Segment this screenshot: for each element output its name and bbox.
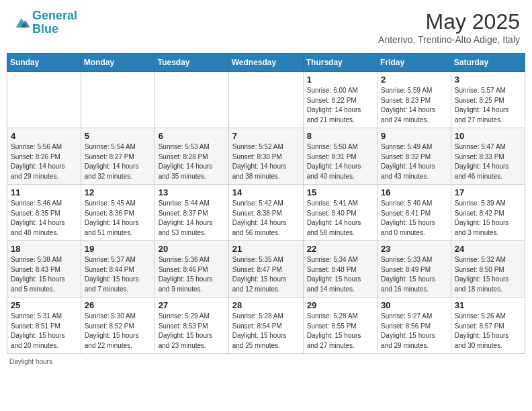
calendar-cell: 16Sunrise: 5:40 AM Sunset: 8:41 PM Dayli…	[378, 185, 451, 241]
calendar-cell: 12Sunrise: 5:45 AM Sunset: 8:36 PM Dayli…	[81, 185, 154, 241]
calendar-cell: 14Sunrise: 5:42 AM Sunset: 8:38 PM Dayli…	[228, 185, 303, 241]
day-info: Sunrise: 5:33 AM Sunset: 8:49 PM Dayligh…	[381, 255, 447, 294]
calendar-table: SundayMondayTuesdayWednesdayThursdayFrid…	[7, 53, 525, 354]
day-info: Sunrise: 5:42 AM Sunset: 8:38 PM Dayligh…	[232, 199, 300, 238]
day-number: 31	[455, 300, 521, 310]
day-number: 18	[11, 244, 77, 254]
day-number: 4	[11, 131, 77, 141]
day-number: 6	[159, 131, 225, 141]
day-number: 26	[85, 300, 151, 310]
day-info: Sunrise: 5:47 AM Sunset: 8:33 PM Dayligh…	[455, 142, 521, 181]
calendar-day-header: Thursday	[303, 54, 377, 72]
day-info: Sunrise: 5:26 AM Sunset: 8:57 PM Dayligh…	[455, 312, 521, 351]
calendar-cell: 17Sunrise: 5:39 AM Sunset: 8:42 PM Dayli…	[451, 185, 525, 241]
day-number: 7	[232, 131, 300, 141]
day-info: Sunrise: 5:44 AM Sunset: 8:37 PM Dayligh…	[159, 199, 225, 238]
calendar-cell: 30Sunrise: 5:27 AM Sunset: 8:56 PM Dayli…	[378, 298, 451, 354]
calendar-cell: 13Sunrise: 5:44 AM Sunset: 8:37 PM Dayli…	[154, 185, 228, 241]
calendar-cell	[7, 72, 81, 128]
logo-line2: Blue	[32, 22, 58, 36]
day-number: 23	[381, 244, 447, 254]
day-number: 2	[381, 75, 447, 85]
day-info: Sunrise: 5:28 AM Sunset: 8:54 PM Dayligh…	[232, 312, 300, 351]
calendar-week-row: 1Sunrise: 6:00 AM Sunset: 8:22 PM Daylig…	[7, 72, 525, 128]
day-info: Sunrise: 5:39 AM Sunset: 8:42 PM Dayligh…	[455, 199, 521, 238]
day-info: Sunrise: 5:32 AM Sunset: 8:50 PM Dayligh…	[455, 255, 521, 294]
calendar-week-row: 18Sunrise: 5:38 AM Sunset: 8:43 PM Dayli…	[7, 241, 525, 298]
calendar-cell: 27Sunrise: 5:29 AM Sunset: 8:53 PM Dayli…	[154, 298, 228, 354]
calendar-cell: 15Sunrise: 5:41 AM Sunset: 8:40 PM Dayli…	[303, 185, 377, 241]
day-number: 20	[159, 244, 225, 254]
calendar-header-row: SundayMondayTuesdayWednesdayThursdayFrid…	[7, 54, 525, 72]
calendar-cell: 2Sunrise: 5:59 AM Sunset: 8:23 PM Daylig…	[378, 72, 451, 128]
logo: General Blue	[12, 9, 77, 36]
calendar-cell: 7Sunrise: 5:52 AM Sunset: 8:30 PM Daylig…	[228, 128, 303, 185]
logo-line1: General	[32, 9, 77, 22]
day-info: Sunrise: 5:50 AM Sunset: 8:31 PM Dayligh…	[307, 142, 373, 181]
calendar-cell: 18Sunrise: 5:38 AM Sunset: 8:43 PM Dayli…	[7, 241, 81, 298]
logo-text: General Blue	[32, 9, 77, 36]
calendar-cell: 29Sunrise: 5:28 AM Sunset: 8:55 PM Dayli…	[303, 298, 377, 354]
day-number: 19	[85, 244, 151, 254]
day-info: Sunrise: 5:56 AM Sunset: 8:26 PM Dayligh…	[11, 142, 77, 181]
calendar-day-header: Friday	[378, 54, 451, 72]
calendar-day-header: Wednesday	[228, 54, 303, 72]
day-number: 25	[11, 300, 77, 310]
day-number: 15	[307, 187, 373, 197]
day-info: Sunrise: 5:59 AM Sunset: 8:23 PM Dayligh…	[381, 86, 447, 125]
day-info: Sunrise: 5:41 AM Sunset: 8:40 PM Dayligh…	[307, 199, 373, 238]
calendar-week-row: 4Sunrise: 5:56 AM Sunset: 8:26 PM Daylig…	[7, 128, 525, 185]
calendar-cell	[228, 72, 303, 128]
day-number: 17	[455, 187, 521, 197]
month-title: May 2025	[378, 9, 520, 34]
day-info: Sunrise: 6:00 AM Sunset: 8:22 PM Dayligh…	[307, 86, 373, 125]
calendar-cell: 4Sunrise: 5:56 AM Sunset: 8:26 PM Daylig…	[7, 128, 81, 185]
calendar-cell: 6Sunrise: 5:53 AM Sunset: 8:28 PM Daylig…	[154, 128, 228, 185]
day-number: 29	[307, 300, 373, 310]
calendar-cell	[154, 72, 228, 128]
day-number: 1	[307, 75, 373, 85]
day-info: Sunrise: 5:49 AM Sunset: 8:32 PM Dayligh…	[381, 142, 447, 181]
calendar-cell: 19Sunrise: 5:37 AM Sunset: 8:44 PM Dayli…	[81, 241, 154, 298]
day-info: Sunrise: 5:45 AM Sunset: 8:36 PM Dayligh…	[85, 199, 151, 238]
logo-icon	[12, 13, 31, 32]
calendar-cell: 10Sunrise: 5:47 AM Sunset: 8:33 PM Dayli…	[451, 128, 525, 185]
calendar-cell: 22Sunrise: 5:34 AM Sunset: 8:48 PM Dayli…	[303, 241, 377, 298]
calendar-cell: 31Sunrise: 5:26 AM Sunset: 8:57 PM Dayli…	[451, 298, 525, 354]
location-subtitle: Anterivo, Trentino-Alto Adige, Italy	[378, 34, 520, 45]
day-number: 30	[381, 300, 447, 310]
calendar-cell: 11Sunrise: 5:46 AM Sunset: 8:35 PM Dayli…	[7, 185, 81, 241]
day-info: Sunrise: 5:53 AM Sunset: 8:28 PM Dayligh…	[159, 142, 225, 181]
day-info: Sunrise: 5:34 AM Sunset: 8:48 PM Dayligh…	[307, 255, 373, 294]
day-number: 14	[232, 187, 300, 197]
calendar-cell: 25Sunrise: 5:31 AM Sunset: 8:51 PM Dayli…	[7, 298, 81, 354]
day-number: 8	[307, 131, 373, 141]
day-info: Sunrise: 5:52 AM Sunset: 8:30 PM Dayligh…	[232, 142, 300, 181]
day-number: 27	[159, 300, 225, 310]
calendar-day-header: Saturday	[451, 54, 525, 72]
day-info: Sunrise: 5:46 AM Sunset: 8:35 PM Dayligh…	[11, 199, 77, 238]
page-header: General Blue May 2025 Anterivo, Trentino…	[7, 7, 525, 48]
day-number: 24	[455, 244, 521, 254]
day-number: 21	[232, 244, 300, 254]
calendar-cell: 24Sunrise: 5:32 AM Sunset: 8:50 PM Dayli…	[451, 241, 525, 298]
day-info: Sunrise: 5:28 AM Sunset: 8:55 PM Dayligh…	[307, 312, 373, 351]
calendar-cell: 1Sunrise: 6:00 AM Sunset: 8:22 PM Daylig…	[303, 72, 377, 128]
calendar-cell: 20Sunrise: 5:36 AM Sunset: 8:46 PM Dayli…	[154, 241, 228, 298]
calendar-cell: 9Sunrise: 5:49 AM Sunset: 8:32 PM Daylig…	[378, 128, 451, 185]
day-info: Sunrise: 5:36 AM Sunset: 8:46 PM Dayligh…	[159, 255, 225, 294]
day-number: 16	[381, 187, 447, 197]
calendar-day-header: Sunday	[7, 54, 81, 72]
calendar-cell	[81, 72, 154, 128]
day-info: Sunrise: 5:37 AM Sunset: 8:44 PM Dayligh…	[85, 255, 151, 294]
day-number: 12	[85, 187, 151, 197]
day-number: 3	[455, 75, 521, 85]
day-number: 10	[455, 131, 521, 141]
calendar-cell: 23Sunrise: 5:33 AM Sunset: 8:49 PM Dayli…	[378, 241, 451, 298]
calendar-cell: 5Sunrise: 5:54 AM Sunset: 8:27 PM Daylig…	[81, 128, 154, 185]
day-info: Sunrise: 5:30 AM Sunset: 8:52 PM Dayligh…	[85, 312, 151, 351]
day-info: Sunrise: 5:38 AM Sunset: 8:43 PM Dayligh…	[11, 255, 77, 294]
day-info: Sunrise: 5:57 AM Sunset: 8:25 PM Dayligh…	[455, 86, 521, 125]
calendar-footer: Daylight hours	[7, 358, 525, 365]
title-section: May 2025 Anterivo, Trentino-Alto Adige, …	[378, 9, 520, 45]
